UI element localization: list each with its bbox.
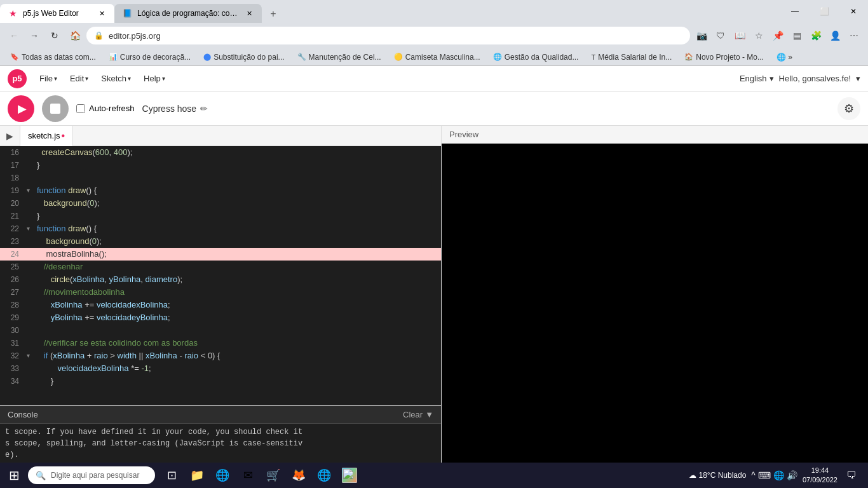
bookmark-manutencao[interactable]: 🔧 Manutenção de Cel... — [292, 51, 386, 63]
console-title: Console — [8, 410, 38, 419]
pencil-icon: ✏ — [200, 104, 208, 114]
store-button[interactable]: 🛒 — [262, 464, 285, 487]
taskbar: ⊞ 🔍 Digite aqui para pesquisar ⊡ 📁 🌐 ✉ 🛒… — [0, 463, 868, 488]
bookmark-media[interactable]: T Média Salarial de In... — [586, 51, 677, 63]
settings-button[interactable]: ⚙ — [837, 97, 860, 120]
tab-title-logica: Lógica de programação: comece... — [137, 9, 239, 18]
code-line-16: 16 createCanvas(600, 400); — [0, 146, 441, 159]
bookmark-camiseta[interactable]: 🟡 Camiseta Masculina... — [389, 51, 485, 63]
file-tab-sketch[interactable]: sketch.js • — [20, 126, 73, 146]
tab-close-logica[interactable]: ✕ — [244, 8, 254, 18]
volume-icon[interactable]: 🔊 — [787, 470, 797, 480]
favorites-icon[interactable]: ☆ — [750, 27, 768, 44]
chevron-down-icon: ▼ — [425, 410, 433, 419]
taskbar-right: ☁ 18°C Nublado ^ ⌨ 🌐 🔊 19:44 07/09/2022 … — [689, 466, 866, 485]
console-clear-label: Clear — [403, 410, 423, 419]
bookmark-substituicao[interactable]: ⬤ Substituição do pai... — [198, 51, 289, 63]
right-panel: Preview — [442, 126, 868, 488]
extensions-icon[interactable]: 🧩 — [807, 27, 825, 44]
keyboard-icon[interactable]: ⌨ — [758, 470, 771, 480]
avatar-app[interactable] — [338, 464, 361, 487]
bookmark-curso[interactable]: 📊 Curso de decoraçã... — [104, 51, 196, 63]
bookmark-novo[interactable]: 🏠 Novo Projeto - Mo... — [679, 51, 769, 63]
user-greeting: Hello, gonsalves.fe! — [779, 74, 851, 83]
menu-sketch[interactable]: Sketch ▾ — [96, 71, 136, 86]
tab-close-p5js[interactable]: ✕ — [97, 8, 107, 18]
profile-icon[interactable]: 👤 — [826, 27, 844, 44]
console-clear-button[interactable]: Clear ▼ — [403, 410, 433, 419]
refresh-button[interactable]: ↻ — [46, 27, 64, 44]
window-controls: — ⬜ ✕ — [780, 0, 868, 23]
code-line-28: 28 xBolinha += velocidadexBolinha; — [0, 299, 441, 311]
sketch-name-text: Cypress hose — [142, 104, 197, 114]
language-selector[interactable]: English ▾ — [740, 74, 774, 83]
gear-icon: ⚙ — [844, 102, 854, 116]
edge-button[interactable]: 🌐 — [211, 464, 234, 487]
unsaved-indicator: • — [62, 130, 65, 142]
tab-p5js[interactable]: ★ p5.js Web Editor ✕ — [0, 4, 114, 23]
stop-button[interactable] — [42, 95, 69, 122]
browser-chrome: ★ p5.js Web Editor ✕ 📘 Lógica de program… — [0, 0, 868, 66]
maximize-button[interactable]: ⬜ — [810, 0, 839, 23]
bookmark-camiseta-label: Camiseta Masculina... — [405, 53, 480, 62]
taskview-icon: ⊡ — [167, 468, 177, 482]
screenshot-icon[interactable]: 📷 — [693, 27, 710, 44]
notification-button[interactable]: 🗨 — [843, 466, 860, 484]
toggle-sidebar-button[interactable]: ▶ — [0, 126, 20, 146]
auto-refresh-toggle[interactable]: Auto-refresh — [76, 104, 135, 113]
app-content: p5 File ▾ Edit ▾ Sketch ▾ Help ▾ English — [0, 66, 868, 488]
menu-icon[interactable]: ⋯ — [845, 27, 863, 44]
console-message-3: e). — [5, 449, 436, 461]
code-line-33: 33 velocidadexBolinha *= -1; — [0, 362, 441, 375]
menu-edit[interactable]: Edit ▾ — [65, 71, 93, 86]
notification-icon: 🗨 — [846, 470, 857, 481]
collections-icon[interactable]: 📌 — [769, 27, 787, 44]
bookmark-more-label: 🌐 » — [776, 53, 792, 62]
sketch-name[interactable]: Cypress hose ✏ — [142, 104, 208, 114]
code-line-26: 26 circle(xBolinha, yBolinha, diametro); — [0, 273, 441, 286]
minimize-button[interactable]: — — [780, 0, 810, 23]
bookmark-more[interactable]: 🌐 » — [771, 51, 797, 63]
bookmark-manutencao-label: Manutenção de Cel... — [309, 53, 381, 62]
code-line-17: 17 } — [0, 159, 441, 172]
auto-refresh-checkbox[interactable] — [76, 104, 85, 113]
start-button[interactable]: ⊞ — [3, 464, 25, 487]
bookmark-todas[interactable]: 🔖 Todas as datas com... — [5, 51, 101, 63]
address-bar[interactable]: 🔒 editor.p5js.org — [86, 27, 690, 44]
edge-icon: 🌐 — [215, 468, 229, 482]
firefox-button[interactable]: 🦊 — [287, 464, 310, 487]
bookmark-gestao[interactable]: 🌐 Gestão da Qualidad... — [488, 51, 584, 63]
chevron-up-icon[interactable]: ^ — [751, 470, 756, 480]
preview-canvas — [442, 144, 868, 488]
bookmark-todas-label: Todas as datas com... — [22, 53, 96, 62]
preview-title: Preview — [449, 130, 478, 139]
menu-help[interactable]: Help ▾ — [139, 71, 170, 86]
taskbar-search[interactable]: 🔍 Digite aqui para pesquisar — [28, 466, 155, 484]
weather-text: 18°C Nublado — [699, 471, 747, 480]
chrome-button[interactable]: 🌐 — [313, 464, 336, 487]
code-line-29: 29 yBolinha += velocidadeyBolinha; — [0, 311, 441, 324]
p5-right: English ▾ Hello, gonsalves.fe! ▾ — [740, 74, 860, 83]
files-button[interactable]: 📁 — [186, 464, 208, 487]
chrome-icon: 🌐 — [317, 468, 331, 482]
p5-menus: File ▾ Edit ▾ Sketch ▾ Help ▾ — [34, 71, 170, 86]
bookmark-gestao-label: Gestão da Qualidad... — [505, 53, 579, 62]
menu-file[interactable]: File ▾ — [34, 71, 62, 86]
sidebar-icon[interactable]: ▤ — [788, 27, 806, 44]
play-button[interactable]: ▶ — [8, 95, 34, 122]
tab-logica[interactable]: 📘 Lógica de programação: comece... ✕ — [114, 4, 262, 23]
code-line-18: 18 — [0, 172, 441, 184]
file-tab-label: sketch.js — [28, 131, 60, 140]
reader-icon[interactable]: 📖 — [731, 27, 749, 44]
home-button[interactable]: 🏠 — [66, 27, 84, 44]
code-line-34: 34 } — [0, 375, 441, 388]
code-editor[interactable]: 16 createCanvas(600, 400); 17 } 18 — [0, 146, 441, 405]
close-button[interactable]: ✕ — [839, 0, 868, 23]
taskview-button[interactable]: ⊡ — [160, 464, 183, 487]
new-tab-button[interactable]: + — [264, 5, 282, 23]
shield-icon[interactable]: 🛡 — [712, 27, 729, 44]
back-button[interactable]: ← — [5, 27, 23, 44]
forward-button[interactable]: → — [25, 27, 43, 44]
mail-button[interactable]: ✉ — [236, 464, 259, 487]
network-icon[interactable]: 🌐 — [773, 470, 784, 480]
